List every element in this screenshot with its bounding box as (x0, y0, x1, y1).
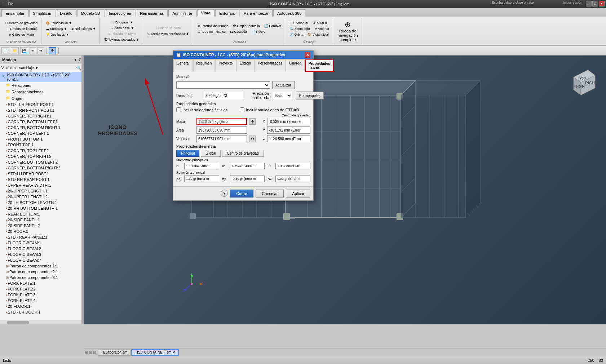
restore-btn[interactable]: □ (592, 1, 598, 6)
inertia-tab-centro[interactable]: Centro de gravedad (222, 150, 263, 157)
apply-btn[interactable]: Aplicar (286, 190, 310, 197)
tree-item-relaciones[interactable]: 📁 Relaciones (0, 82, 83, 89)
tree-item-root[interactable]: 🔧 ISO CONTAINER - 1CC - (STD) 20' (6m).i… (0, 72, 83, 82)
tree-item-std-rear-panel[interactable]: ▪ STD - REAR PANEL:1 (0, 234, 83, 240)
btn-cascada[interactable]: 🗂 Cascada (229, 29, 248, 34)
tab-resumen[interactable]: Resumen (193, 59, 215, 72)
sidebar-view-dropdown[interactable]: Vista de ensamblaje ▼ (1, 66, 39, 70)
inertia-tab-principal[interactable]: Principal (176, 150, 199, 157)
help-btn[interactable]: ? (221, 190, 228, 197)
iproperties-dialog[interactable]: 📋 ISO CONTAINER - 1CC - (STD) 20' (6m).i… (173, 50, 314, 201)
tree-item-patron3[interactable]: ⊞ Patrón de componentes 3:1 (0, 275, 83, 280)
tab-herramientas[interactable]: Herramientas (136, 9, 168, 17)
volume-icon[interactable]: ⚙ (249, 136, 256, 142)
tab-proyecto[interactable]: Proyecto (215, 59, 236, 72)
tab-ensamblar[interactable]: Ensamblar (1, 9, 28, 17)
3d-viewport[interactable]: ICONO PROPIEDADES X Y Z (84, 56, 606, 324)
sidebar-toggle[interactable]: ▼ (74, 58, 77, 62)
tree-item-patron1[interactable]: ⊞ Patrón de componentes 1:1 (0, 263, 83, 269)
tree-item-lh-rear[interactable]: ▪ STD-LH REAR POST:1 (0, 171, 83, 177)
tree-item-20rh-bottom[interactable]: ▪ 20-RH BOTTOM LENGTH:1 (0, 205, 83, 211)
rz-field[interactable] (275, 176, 310, 182)
tree-item-corner-bl2[interactable]: ▪ CORNER, BOTTOM LEFT:2 (0, 159, 83, 165)
search-box[interactable]: Escriba palabra clave o frase (492, 1, 534, 6)
dialog-close-btn[interactable]: ✕ (305, 52, 310, 58)
tab-inspeccionar[interactable]: Inspeccionar (105, 9, 135, 17)
tab-simplificar[interactable]: Simplificar (29, 9, 56, 17)
close-btn[interactable]: ✕ (599, 1, 605, 6)
toolbar-redo[interactable]: ↪ (37, 47, 44, 54)
area-field[interactable] (196, 126, 247, 134)
tree-item-20lh-bottom[interactable]: ▪ 20-LH BOTTOM LENGTH:1 (0, 200, 83, 205)
tree-item-corner-tl[interactable]: ▪ CORNER, TOP LEFT:1 (0, 130, 83, 136)
inertia-tab-global[interactable]: Global (201, 150, 221, 157)
btn-mirar-a[interactable]: 👁 Mirar a (311, 21, 328, 26)
viewcube[interactable]: TOP FRONT RIGHT (566, 66, 599, 99)
mass-field[interactable] (196, 118, 247, 125)
close-btn-dialog[interactable]: Cerrar (230, 190, 253, 197)
btn-texturas[interactable]: 🖼 Texturas activadas ▼ (103, 37, 141, 42)
tree-item-20upper1[interactable]: ▪ 20-UPPER LENGTH:1 (0, 188, 83, 194)
tree-item-corner-br[interactable]: ▪ CORNER, BOTTOM RIGHT:1 (0, 125, 83, 130)
i2-field[interactable] (230, 163, 265, 169)
toolbar-open[interactable]: 📁 (11, 47, 19, 54)
btn-zoom-todo[interactable]: 🔍 Zoom todo (288, 26, 311, 31)
tree-item-floor-cbeam1[interactable]: ▪ FLOOR C-BEAM:1 (0, 240, 83, 246)
tree-item-front-top[interactable]: ▪ FRONT TOP:1 (0, 142, 83, 148)
btn-grados-libertad[interactable]: ↔ Grados de libertad (4, 26, 39, 31)
tree-item-patron2[interactable]: ⊞ Patrón de componentes 2:1 (0, 269, 83, 275)
mass-calculator-icon[interactable]: ⚙ (249, 118, 256, 125)
taskbar-item-container[interactable]: _ISO CONTAINE...iam ✕ (131, 349, 179, 356)
tab-administrar[interactable]: Administrar (168, 9, 196, 17)
tree-item-corner-top-right[interactable]: ▪ CORNER, TOP RIGHT:1 (0, 113, 83, 119)
x-field[interactable] (267, 118, 310, 125)
btn-ortogonal[interactable]: ⬜ Ortogonal ▼ (103, 20, 141, 25)
btn-cambiar[interactable]: 🔄 Cambiar (263, 23, 283, 28)
btn-rueda-nav[interactable]: ⊕ Rueda de navegación completa (336, 19, 359, 43)
tab-general[interactable]: General (173, 59, 193, 72)
tree-item-lh-door[interactable]: ▪ STD - LH DOOR:1 (0, 309, 83, 315)
btn-sombras[interactable]: ☁ Sombras ▼ (44, 26, 68, 31)
tab-estado[interactable]: Estado (236, 59, 254, 72)
tree-item-floor-cbeam2[interactable]: ▪ FLOOR C-BEAM:2 (0, 246, 83, 252)
tree-item-corner-br2[interactable]: ▪ CORNER, BOTTOM RIGHT:2 (0, 165, 83, 171)
btn-anterior[interactable]: ⬅ Anterior (313, 26, 331, 31)
checkbox1[interactable] (176, 107, 181, 112)
tree-item-rh-rear[interactable]: ▪ STD-RH REAR POST:1 (0, 177, 83, 182)
btn-reflexiones[interactable]: ◈ Reflexiones ▼ (70, 26, 97, 31)
minimize-btn[interactable]: ─ (586, 1, 592, 6)
volume-field[interactable] (196, 135, 247, 142)
z-field[interactable] (267, 135, 310, 142)
cancel-btn[interactable]: Cancelar (256, 190, 284, 197)
material-select[interactable] (176, 81, 270, 89)
checkbox2[interactable] (240, 107, 244, 112)
tree-item-rh-front[interactable]: ▪ STD - RH FRONT POST:1 (0, 107, 83, 113)
login-btn[interactable]: Iniciar sesión (563, 1, 582, 6)
tab-modelo3d[interactable]: Modelo 3D (77, 9, 104, 17)
tree-item-20floor[interactable]: ▪ 20-FLOOR:1 (0, 303, 83, 309)
btn-dos-luces[interactable]: 💡 Dos luces ▼ (44, 32, 97, 37)
btn-media-vista[interactable]: ⊞ Media vista seccionada ▼ (146, 31, 190, 36)
tree-scroll[interactable]: 🔧 ISO CONTAINER - 1CC - (STD) 20' (6m).i… (0, 72, 83, 320)
clipboard-btn[interactable]: Portapapeles (296, 92, 324, 99)
tree-item-fork-plate2[interactable]: ▪ FORK PLATE:2 (0, 286, 83, 292)
tree-item-20upper2[interactable]: ▪ 20-UPPER LENGTH:2 (0, 194, 83, 200)
rx-field[interactable] (184, 176, 219, 182)
i3-field[interactable] (275, 163, 310, 169)
tree-item-upper-rear[interactable]: ▪ UPPER REAR WIDTH:1 (0, 182, 83, 188)
sidebar-resize-handle[interactable] (81, 56, 83, 324)
tree-item-corner-tr2[interactable]: ▪ CORNER, TOP RIGHT:2 (0, 154, 83, 159)
toolbar-undo[interactable]: ↩ (30, 47, 36, 54)
tree-item-fork-plate1[interactable]: ▪ FORK PLATE:1 (0, 280, 83, 286)
tree-item-floor-cbeam3[interactable]: ▪ FLOOR C-BEAM:3 (0, 252, 83, 257)
tree-item-corner-bl[interactable]: ▪ CORNER, BOTTOM LEFT:1 (0, 119, 83, 125)
tree-item-rear-bottom[interactable]: ▪ REAR BOTTOM:1 (0, 211, 83, 217)
btn-estilo-visual[interactable]: 🎨 Estilo visual ▼ (44, 21, 97, 26)
file-menu-btn[interactable]: File (8, 2, 14, 6)
btn-nuevo[interactable]: 📄 Nuevo (250, 29, 267, 34)
toolbar-save[interactable]: 💾 (20, 47, 28, 54)
toolbar-properties[interactable]: ⚙ (49, 47, 56, 54)
btn-centro-gravedad[interactable]: ☉ Centro de gravedad (4, 21, 39, 26)
btn-plano-base[interactable]: ▭ Plano base ▼ (103, 26, 141, 31)
tree-item-side-panel2[interactable]: ▪ 20-SIDE PANEL:2 (0, 223, 83, 228)
